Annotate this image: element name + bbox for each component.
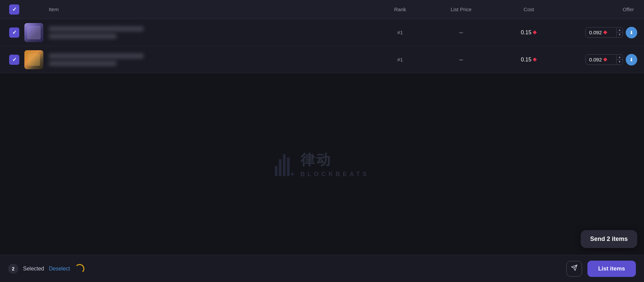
row-1-offer-eth-icon <box>603 31 607 35</box>
row-1-stepper-up[interactable]: ▲ <box>617 28 623 33</box>
table-header: Item Rank List Price Cost Offer <box>0 0 644 19</box>
row-1-checkbox-icon[interactable] <box>9 27 19 38</box>
row-2-offer-value: 0.092 <box>586 55 616 64</box>
row-1-name-line-1 <box>49 26 144 31</box>
watermark-bar-2 <box>279 159 282 176</box>
row-1-offer-stepper[interactable]: ▲ ▼ <box>616 28 623 37</box>
row-2-name-line-1 <box>49 54 144 58</box>
row-1-name-block <box>49 26 144 39</box>
watermark-chinese: 律动 <box>300 150 370 169</box>
row-2-offer-eth-icon <box>603 58 607 62</box>
row-2-cost-value: 0.15 <box>521 57 531 63</box>
row-2-download-icon: ⬇ <box>629 57 633 62</box>
watermark-bar-4 <box>287 157 290 176</box>
row-2-item-info <box>22 50 373 69</box>
header-rank-label: Rank <box>373 6 427 12</box>
selected-label: Selected <box>23 266 44 272</box>
watermark-bar-1 <box>275 166 277 176</box>
row-1-thumbnail <box>24 23 43 42</box>
send-items-button[interactable]: Send 2 items <box>581 230 637 248</box>
row-2-checkbox[interactable] <box>7 55 22 65</box>
row-1-download-button[interactable]: ⬇ <box>626 27 637 38</box>
bottom-left: 2 Selected Deselect <box>8 264 84 274</box>
row-1-eth-icon <box>533 31 537 35</box>
table-row: #1 – 0.15 0.092 ▲ ▼ ⬇ <box>0 19 644 46</box>
header-checkbox[interactable] <box>7 4 22 15</box>
row-2-download-button[interactable]: ⬇ <box>626 54 637 65</box>
row-1-rank: #1 <box>373 30 427 35</box>
deselect-button[interactable]: Deselect <box>49 266 70 272</box>
row-2-offer: 0.092 ▲ ▼ ⬇ <box>563 54 637 65</box>
watermark: 律动 BLOCKBEATS <box>275 150 370 178</box>
row-2-eth-icon <box>533 58 537 62</box>
row-1-cost-value: 0.15 <box>521 30 531 36</box>
row-1-name-line-2 <box>49 34 117 39</box>
bottom-bar: 2 Selected Deselect List items <box>0 255 644 282</box>
header-item-label: Item <box>22 6 373 12</box>
watermark-bars <box>275 152 294 176</box>
watermark-text: 律动 BLOCKBEATS <box>300 150 370 178</box>
send-icon <box>571 264 578 273</box>
header-list-price-label: List Price <box>427 6 495 12</box>
row-2-name-line-2 <box>49 61 117 66</box>
loading-circle-icon <box>75 264 84 274</box>
bottom-right: List items <box>566 261 636 277</box>
row-2-cost: 0.15 <box>495 57 563 63</box>
row-1-stepper-down[interactable]: ▼ <box>617 33 623 37</box>
watermark-bar-dot <box>291 173 294 175</box>
row-1-download-icon: ⬇ <box>629 30 633 35</box>
header-offer-label: Offer <box>563 6 637 12</box>
list-items-button[interactable]: List items <box>587 261 636 277</box>
row-2-offer-stepper[interactable]: ▲ ▼ <box>616 55 623 64</box>
header-cost-label: Cost <box>495 6 563 12</box>
row-1-cost: 0.15 <box>495 30 563 36</box>
row-1-checkbox[interactable] <box>7 27 22 38</box>
row-1-offer-value: 0.092 <box>586 27 616 37</box>
watermark-area: 律动 BLOCKBEATS <box>0 73 644 255</box>
send-icon-button[interactable] <box>566 261 582 277</box>
row-2-stepper-up[interactable]: ▲ <box>617 55 623 60</box>
watermark-english: BLOCKBEATS <box>300 171 370 178</box>
table-row: #1 – 0.15 0.092 ▲ ▼ ⬇ <box>0 46 644 73</box>
row-2-offer-input[interactable]: 0.092 ▲ ▼ <box>585 54 623 65</box>
row-2-stepper-down[interactable]: ▼ <box>617 60 623 64</box>
row-2-name-block <box>49 54 144 66</box>
row-1-offer-input[interactable]: 0.092 ▲ ▼ <box>585 27 623 38</box>
row-2-checkbox-icon[interactable] <box>9 55 19 65</box>
row-1-item-info <box>22 23 373 42</box>
row-2-list-price: – <box>427 56 495 63</box>
select-all-checkbox[interactable] <box>9 4 19 15</box>
row-2-thumbnail <box>24 50 43 69</box>
row-2-rank: #1 <box>373 57 427 62</box>
row-1-list-price: – <box>427 29 495 36</box>
watermark-bar-3 <box>283 154 286 176</box>
row-1-offer: 0.092 ▲ ▼ ⬇ <box>563 27 637 38</box>
selected-count-badge: 2 <box>8 264 18 274</box>
